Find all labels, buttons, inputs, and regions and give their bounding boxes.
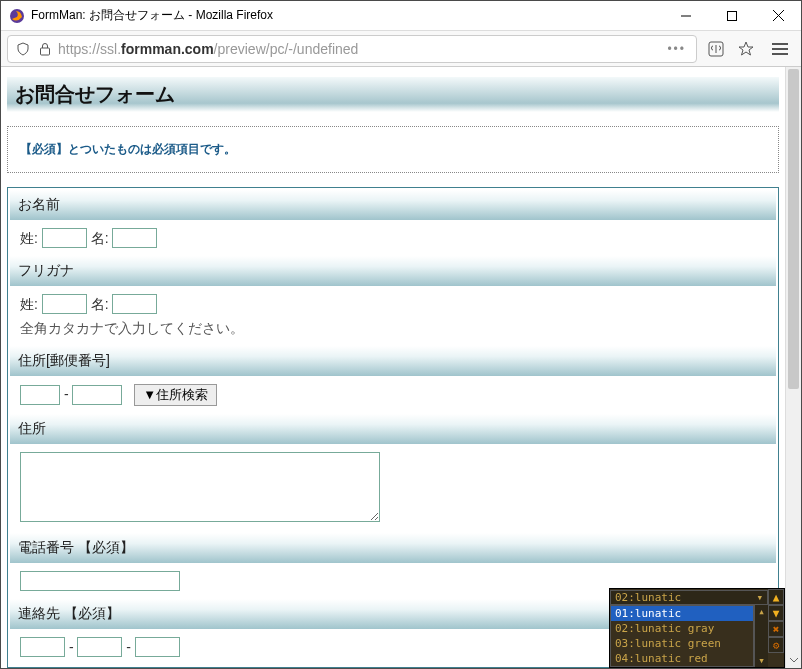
hamburger-menu-icon[interactable] (765, 34, 795, 64)
kana-hint: 全角カタカナで入力してください。 (20, 320, 766, 338)
style-down-button[interactable]: ▼ (768, 605, 784, 621)
section-postal-header: 住所[郵便番号] (10, 346, 776, 376)
postal-search-button[interactable]: ▼住所検索 (134, 384, 217, 406)
section-address-body (10, 444, 776, 533)
bookmark-star-icon[interactable] (731, 34, 761, 64)
window-title: FormMan: お問合せフォーム - Mozilla Firefox (31, 7, 663, 24)
section-address-header: 住所 (10, 414, 776, 444)
label-mei: 名: (91, 230, 109, 246)
chevron-down-icon: ▾ (756, 591, 763, 604)
style-select-value: 02:lunatic (615, 591, 681, 604)
svg-rect-2 (728, 11, 737, 20)
shield-icon (14, 40, 32, 58)
section-name-body: 姓: 名: (10, 220, 776, 256)
browser-toolbar: https://ssl.formman.com/preview/pc/-/und… (1, 31, 801, 67)
page-header: お問合せフォーム (7, 77, 779, 112)
section-kana-header: フリガナ (10, 256, 776, 286)
contact-sep1: - (69, 639, 74, 655)
label-kana-sei: 姓: (20, 296, 38, 312)
window-titlebar: FormMan: お問合せフォーム - Mozilla Firefox (1, 1, 801, 31)
style-up-button[interactable]: ▲ (768, 589, 784, 605)
scroll-down-icon[interactable]: ▾ (758, 654, 765, 667)
more-icon[interactable]: ••• (667, 42, 686, 56)
name-mei-input[interactable] (112, 228, 157, 248)
postal-1-input[interactable] (20, 385, 60, 405)
section-postal-body: - ▼住所検索 (10, 376, 776, 414)
style-list-scrollbar[interactable]: ▴ ▾ (754, 605, 768, 667)
minimize-button[interactable] (663, 1, 709, 31)
kana-mei-input[interactable] (112, 294, 157, 314)
label-kana-mei: 名: (91, 296, 109, 312)
lock-icon (36, 40, 54, 58)
style-settings-button[interactable]: ⚙ (768, 637, 784, 653)
label-sei: 姓: (20, 230, 38, 246)
scroll-up-icon[interactable]: ▴ (758, 605, 765, 618)
url-text: https://ssl.formman.com/preview/pc/-/und… (58, 41, 667, 57)
url-bar[interactable]: https://ssl.formman.com/preview/pc/-/und… (7, 35, 697, 63)
section-kana-body: 姓: 名: 全角カタカナで入力してください。 (10, 286, 776, 346)
phone-input[interactable] (20, 571, 180, 591)
firefox-favicon (9, 8, 25, 24)
page-content: お問合せフォーム 【必須】とついたものは必須項目です。 お名前 姓: 名: フリ… (1, 67, 785, 668)
address-textarea[interactable] (20, 452, 380, 522)
style-option[interactable]: 02:lunatic gray (611, 621, 753, 636)
page-title: お問合せフォーム (15, 83, 175, 105)
style-option[interactable]: 04:lunatic red (611, 651, 753, 666)
close-button[interactable] (755, 1, 801, 31)
postal-2-input[interactable] (72, 385, 122, 405)
style-picker-panel: 02:lunatic ▾ ▲ 01:lunatic 02:lunatic gra… (609, 588, 785, 668)
scrollbar-thumb[interactable] (788, 69, 799, 389)
reader-mode-icon[interactable] (701, 34, 731, 64)
kana-sei-input[interactable] (42, 294, 87, 314)
postal-sep: - (64, 386, 69, 402)
contact-2-input[interactable] (77, 637, 122, 657)
svg-rect-5 (41, 48, 50, 55)
style-option[interactable]: 03:lunatic green (611, 636, 753, 651)
style-close-button[interactable]: ✖ (768, 621, 784, 637)
style-option-list: 01:lunatic 02:lunatic gray 03:lunatic gr… (610, 605, 754, 667)
contact-3-input[interactable] (135, 637, 180, 657)
maximize-button[interactable] (709, 1, 755, 31)
contact-sep2: - (126, 639, 131, 655)
vertical-scrollbar[interactable] (785, 67, 801, 668)
style-select[interactable]: 02:lunatic ▾ (610, 590, 768, 605)
scrollbar-down-icon[interactable] (786, 652, 801, 668)
name-sei-input[interactable] (42, 228, 87, 248)
style-option[interactable]: 01:lunatic (611, 606, 753, 621)
section-name-header: お名前 (10, 190, 776, 220)
contact-1-input[interactable] (20, 637, 65, 657)
section-phone-header: 電話番号 【必須】 (10, 533, 776, 563)
required-note: 【必須】とついたものは必須項目です。 (7, 126, 779, 173)
